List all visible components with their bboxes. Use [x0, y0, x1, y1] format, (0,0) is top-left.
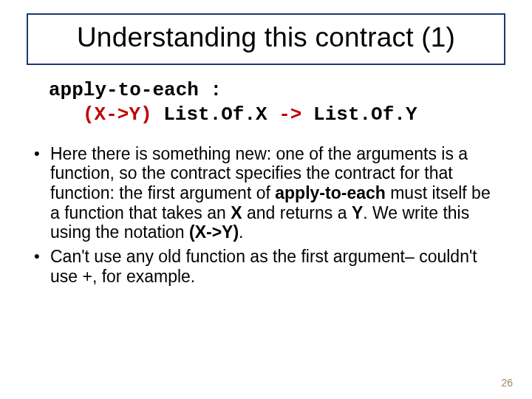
slide: Understanding this contract (1) apply-to… — [0, 0, 532, 399]
b1-text-i: . — [239, 222, 243, 242]
code-line-2: (X->Y) List.Of.X -> List.Of.Y — [83, 103, 511, 127]
code-fn-type: (X->Y) — [83, 103, 152, 126]
b1-bold-apply: apply-to-each — [275, 183, 386, 202]
b2-text: Can't use any old function as the first … — [50, 247, 477, 286]
bullet-1: Here there is something new: one of the … — [34, 144, 499, 242]
b1-bold-xy: (X->Y) — [189, 222, 239, 242]
slide-title: Understanding this contract (1) — [38, 22, 494, 53]
code-arrow: -> — [279, 103, 301, 126]
contract-code: apply-to-each : (X->Y) List.Of.X -> List… — [49, 78, 511, 128]
code-seg-b: List.Of.Y — [301, 103, 417, 126]
b1-bold-x: X — [231, 203, 242, 222]
b1-bold-y: Y — [352, 203, 363, 222]
b1-text-e: and returns a — [242, 203, 352, 222]
bullet-2: Can't use any old function as the first … — [34, 247, 499, 286]
code-seg-a: List.Of.X — [152, 103, 279, 126]
title-box: Understanding this contract (1) — [27, 13, 505, 65]
code-line-1: apply-to-each : — [49, 78, 511, 103]
page-number: 26 — [501, 377, 513, 389]
bullet-list: Here there is something new: one of the … — [34, 144, 499, 287]
